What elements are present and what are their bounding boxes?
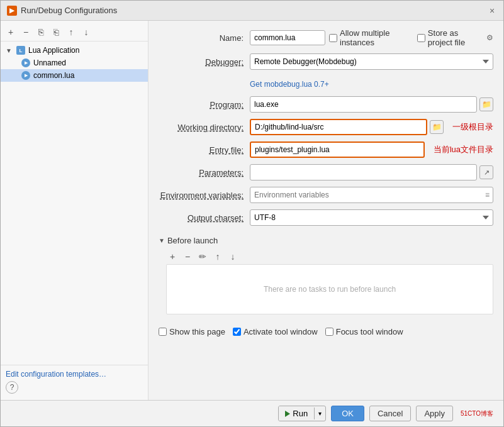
activate-window-label: Activate tool window [233,327,318,336]
parameters-row: Parameters: ↗ [159,164,493,180]
remove-task-button[interactable]: − [181,250,194,263]
dialog-footer: Run ▾ OK Cancel Apply 51CTO博客 [1,400,503,426]
dialog-body: + − ⎘ ⎗ ↑ ↓ ▼ L Lua Application ▶ [1,21,503,400]
parameters-expand-button[interactable]: ↗ [479,165,493,179]
debugger-select[interactable]: Remote Debugger(Mobdebug) [250,53,493,70]
before-launch-toolbar: + − ✏ ↑ ↓ [166,249,493,264]
play-icon [285,411,290,417]
title-bar-left: ▶ Run/Debug Configurations [7,6,117,16]
watermark: 51CTO博客 [461,409,493,418]
env-vars-input-wrapper: ≡ [250,187,493,203]
run-button-main[interactable]: Run [279,406,314,421]
add-config-button[interactable]: + [4,26,17,38]
before-launch-header[interactable]: ▼ Before launch [159,236,493,245]
working-dir-input[interactable] [250,119,427,135]
output-charset-label: Output charset: [159,213,250,223]
debugger-control: Remote Debugger(Mobdebug) [250,53,493,70]
add-task-button[interactable]: + [166,250,179,263]
program-input[interactable] [250,96,477,113]
program-input-wrapper: 📁 [250,96,493,113]
output-charset-control: UTF-8 [250,209,493,226]
move-up-button[interactable]: ↑ [65,26,77,38]
settings-icon: ⚙ [486,33,493,42]
common-lua-icon: ▶ [21,70,31,80]
working-dir-label: Working directory: [159,123,250,132]
before-launch-body: There are no tasks to run before launch [166,264,493,314]
move-down-button[interactable]: ↓ [80,26,92,38]
main-panel: Name: Allow multiple instances Store as … [148,21,503,400]
working-dir-annotation: 一级根目录 [452,121,493,133]
activate-window-checkbox[interactable] [233,328,241,336]
name-input[interactable] [250,30,325,45]
focus-window-checkbox[interactable] [325,328,333,336]
no-tasks-label: There are no tasks to run before launch [264,285,396,294]
sidebar-bottom: Edit configuration templates… ? [1,365,148,397]
name-row: Name: Allow multiple instances Store as … [159,28,493,47]
bottom-options: Show this page Activate tool window Focu… [159,322,493,341]
entry-file-row: Entry file: 当前lua文件目录 [159,141,493,158]
mobdebug-row: Get mobdebug.lua 0.7+ [159,76,493,92]
parameters-input[interactable] [250,164,477,180]
before-launch-chevron: ▼ [159,237,165,244]
close-button[interactable]: × [487,6,497,16]
common-lua-label: common.lua [33,71,74,80]
working-dir-row: Working directory: 📁 一级根目录 [159,119,493,135]
move-task-up-button[interactable]: ↑ [211,250,224,263]
working-dir-browse-button[interactable]: 📁 [430,120,444,134]
allow-multiple-checkbox[interactable] [329,34,337,42]
store-project-checkbox[interactable] [417,34,425,42]
run-label: Run [293,409,308,418]
env-vars-input[interactable] [250,187,493,203]
dialog-title: Run/Debug Configurations [21,6,117,15]
before-launch-section: ▼ Before launch + − ✏ ↑ ↓ There are no t… [159,236,493,314]
unnamed-config-item[interactable]: ▶ Unnamed [1,57,148,69]
common-lua-config-item[interactable]: ▶ common.lua [1,69,148,82]
parameters-label: Parameters: [159,168,250,177]
store-project-label: Store as project file [417,28,483,47]
group-chevron: ▼ [6,47,13,54]
copy-config-button[interactable]: ⎘ [35,26,47,38]
entry-file-label: Entry file: [159,145,250,155]
remove-config-button[interactable]: − [20,26,32,38]
entry-file-input-wrapper [250,141,425,158]
entry-file-input[interactable] [250,141,425,158]
show-page-label: Show this page [159,327,225,336]
name-control: Allow multiple instances Store as projec… [250,28,493,47]
sidebar: + − ⎘ ⎗ ↑ ↓ ▼ L Lua Application ▶ [1,21,148,400]
edit-task-button[interactable]: ✏ [196,250,209,263]
parameters-control: ↗ [250,164,493,180]
move-task-down-button[interactable]: ↓ [227,250,239,263]
cancel-button[interactable]: Cancel [369,406,411,421]
apply-button[interactable]: Apply [416,406,453,421]
help-button[interactable]: ? [6,381,18,394]
entry-file-control: 当前lua文件目录 [250,141,493,158]
title-bar: ▶ Run/Debug Configurations × [1,1,503,21]
program-label: Program: [159,100,250,109]
program-browse-button[interactable]: 📁 [479,97,493,111]
lua-application-group[interactable]: ▼ L Lua Application [1,44,148,57]
allow-multiple-label: Allow multiple instances [329,28,408,47]
program-row: Program: 📁 [159,96,493,113]
env-vars-label: Environment variables: [159,191,250,200]
run-config-icon: ▶ [21,58,31,68]
mobdebug-link[interactable]: Get mobdebug.lua 0.7+ [250,80,329,89]
config-tree: ▼ L Lua Application ▶ Unnamed ▶ [1,42,148,365]
entry-file-annotation: 当前lua文件目录 [434,144,493,155]
debugger-label: Debugger: [159,57,250,67]
output-charset-row: Output charset: UTF-8 [159,209,493,226]
sidebar-toolbar: + − ⎘ ⎗ ↑ ↓ [1,23,148,42]
env-vars-icon: ≡ [485,191,490,199]
name-label: Name: [159,33,250,43]
working-dir-input-wrapper: 📁 [250,119,444,135]
show-page-checkbox[interactable] [159,328,167,336]
edit-templates-link[interactable]: Edit configuration templates… [6,370,106,379]
focus-window-label: Focus tool window [325,327,403,336]
ok-button[interactable]: OK [331,406,364,421]
program-control: 📁 [250,96,493,113]
paste-config-button[interactable]: ⎗ [50,26,62,38]
unnamed-label: Unnamed [33,58,66,67]
env-vars-control: ≡ [250,187,493,203]
debugger-row: Debugger: Remote Debugger(Mobdebug) [159,53,493,70]
run-button-arrow[interactable]: ▾ [314,408,325,419]
output-charset-select[interactable]: UTF-8 [250,209,493,226]
